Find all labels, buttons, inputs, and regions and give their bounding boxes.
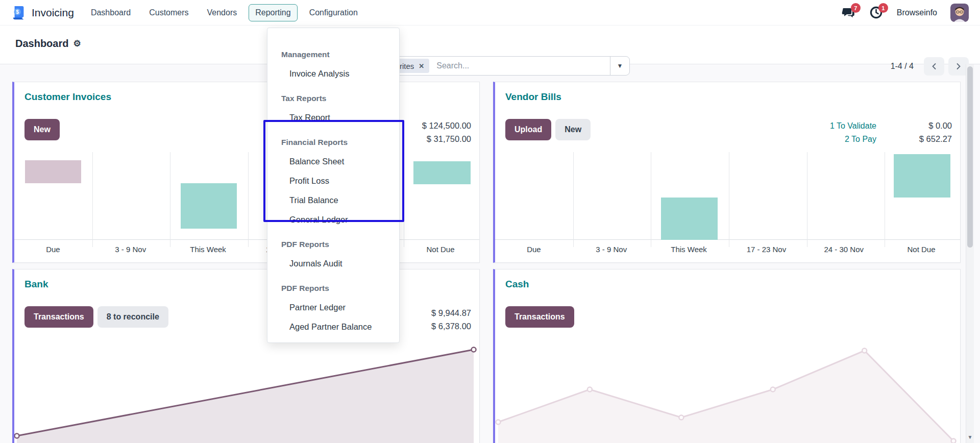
menu-item-aged-partner-balance[interactable]: Aged Partner Balance xyxy=(267,317,399,336)
chart-label-not-due: Not Due xyxy=(402,245,479,254)
reporting-dropdown-menu: ManagementInvoice AnalysisTax ReportsTax… xyxy=(267,28,400,343)
kpi-amount: $ 9,944.87 xyxy=(411,308,471,318)
customer-invoices-new-button[interactable]: New xyxy=(24,119,60,140)
card-title-cash[interactable]: Cash xyxy=(505,279,529,290)
bar-this-week[interactable] xyxy=(181,183,237,229)
invoicing-app-icon[interactable]: $ xyxy=(11,5,27,20)
activities-clock-icon[interactable]: 1 xyxy=(869,6,884,20)
vendor-bills-buttons: UploadNew xyxy=(505,119,591,140)
pager-previous-button[interactable] xyxy=(924,57,944,76)
bar-not-due[interactable] xyxy=(413,161,471,184)
menu-section-tax-reports: Tax Reports xyxy=(267,93,399,104)
chart-label-3-9-nov: 3 - 9 Nov xyxy=(92,245,169,254)
chart-gridline xyxy=(729,152,729,247)
card-title-bank[interactable]: Bank xyxy=(24,279,48,290)
nav-item-dashboard[interactable]: Dashboard xyxy=(84,4,137,21)
page-title-text: Dashboard xyxy=(15,38,68,50)
menu-item-balance-sheet[interactable]: Balance Sheet xyxy=(267,152,399,171)
nav-item-vendors[interactable]: Vendors xyxy=(201,4,244,21)
chart-label-not-due: Not Due xyxy=(883,245,960,254)
chart-gridline xyxy=(573,152,574,247)
page-title: Dashboard ⚙ xyxy=(15,38,81,50)
cash-transactions-button[interactable]: Transactions xyxy=(505,306,574,328)
kpi-link-1-to-validate[interactable]: 1 To Validate xyxy=(830,121,876,131)
cash-line-chart xyxy=(495,336,960,443)
bank-card: Bank Transactions8 to reconcile $ 9,944.… xyxy=(12,269,480,443)
menu-item-journals-audit[interactable]: Journals Audit xyxy=(267,254,399,273)
systray: 7 1 Browseinfo xyxy=(842,0,969,26)
customer-invoices-buttons: New xyxy=(24,119,60,140)
search-dropdown-caret-icon[interactable]: ▼ xyxy=(610,57,629,75)
customer-invoices-kpis: $ 124,500.00$ 31,750.00 xyxy=(396,121,471,147)
kpi-amount: $ 0.00 xyxy=(892,121,952,131)
messages-badge: 7 xyxy=(851,3,861,13)
scrollbar-down-arrow-icon[interactable]: ▼ xyxy=(966,434,974,440)
nav-item-configuration[interactable]: Configuration xyxy=(303,4,364,21)
search-facet-label: rites xyxy=(400,62,414,70)
vendor-bills-new-button[interactable]: New xyxy=(555,119,591,140)
search-input[interactable] xyxy=(436,61,629,70)
user-name[interactable]: Browseinfo xyxy=(897,8,937,17)
pager-range: 1-4 / 4 xyxy=(891,62,914,71)
cash-card: Cash Transactions xyxy=(493,269,961,443)
vendor-bills-kpis: 1 To Validate$ 0.002 To Pay$ 652.27 xyxy=(830,121,952,147)
chart-gridline xyxy=(92,152,93,247)
chart-label-24-30-nov: 24 - 30 Nov xyxy=(805,245,883,254)
bank-transactions-button[interactable]: Transactions xyxy=(24,306,93,328)
chart-gridline xyxy=(170,152,170,247)
chart-label-due: Due xyxy=(14,245,92,254)
menu-item-tax-report[interactable]: Tax Report xyxy=(267,108,399,127)
kpi-link-2-to-pay[interactable]: 2 To Pay xyxy=(845,135,876,144)
chart-label-due: Due xyxy=(495,245,573,254)
chart-label-3-9-nov: 3 - 9 Nov xyxy=(573,245,650,254)
app-brand-name[interactable]: Invoicing xyxy=(32,7,74,19)
cash-buttons: Transactions xyxy=(505,306,574,328)
menu-section-pdf-reports: PDF Reports xyxy=(267,239,399,250)
activities-badge: 1 xyxy=(878,3,888,13)
card-title-vendor-bills[interactable]: Vendor Bills xyxy=(505,91,561,103)
menu-item-partner-ledger[interactable]: Partner Ledger xyxy=(267,298,399,317)
menu-item-invoice-analysis[interactable]: Invoice Analysis xyxy=(267,64,399,83)
chart-gridline xyxy=(885,152,885,247)
chart-gridline xyxy=(651,152,651,247)
kpi-amount: $ 31,750.00 xyxy=(411,134,471,144)
vendor-bills-card: Vendor Bills UploadNew 1 To Validate$ 0.… xyxy=(493,82,961,263)
kpi-amount: $ 652.27 xyxy=(892,134,952,144)
kpi-amount: $ 124,500.00 xyxy=(411,121,471,131)
menu-item-general-ledger[interactable]: General Ledger xyxy=(267,210,399,229)
vertical-scrollbar[interactable]: ▼ xyxy=(966,64,974,443)
menu-item-profit-loss[interactable]: Profit Loss xyxy=(267,171,399,190)
control-panel: Dashboard ⚙ rites ✕ ▼ 1-4 / 4 xyxy=(0,26,980,64)
menu-section-management: Management xyxy=(267,50,399,60)
chart-label-17-23-nov: 17 - 23 Nov xyxy=(727,245,805,254)
bar-this-week[interactable] xyxy=(661,198,718,240)
customer-invoices-bar-chart: Due3 - 9 NovThis Week17 - 23 Nov24 - 30 … xyxy=(14,152,479,258)
nav-item-customers[interactable]: Customers xyxy=(142,4,195,21)
pager: 1-4 / 4 xyxy=(891,57,969,76)
kpi-row: 1 To Validate$ 0.00 xyxy=(830,121,952,131)
chart-label-this-week: This Week xyxy=(650,245,728,254)
vendor-bills-upload-button[interactable]: Upload xyxy=(505,119,551,140)
search-facet: rites ✕ xyxy=(395,59,429,73)
vendor-bills-bar-chart: Due3 - 9 NovThis Week17 - 23 Nov24 - 30 … xyxy=(495,152,960,258)
kpi-row: 2 To Pay$ 652.27 xyxy=(830,134,952,144)
chart-gridline xyxy=(248,152,249,247)
card-title-customer-invoices[interactable]: Customer Invoices xyxy=(24,91,111,103)
bank-8-to-reconcile-button[interactable]: 8 to reconcile xyxy=(97,306,168,328)
chart-gridline xyxy=(807,152,807,247)
customer-invoices-card: Customer Invoices New $ 124,500.00$ 31,7… xyxy=(12,82,480,263)
scrollbar-thumb[interactable] xyxy=(967,66,973,248)
nav-item-reporting[interactable]: Reporting xyxy=(249,4,297,21)
top-navbar: $ Invoicing DashboardCustomersVendorsRep… xyxy=(0,0,980,26)
dashboard-content: Customer Invoices New $ 124,500.00$ 31,7… xyxy=(0,64,980,443)
svg-text:$: $ xyxy=(16,9,19,14)
user-avatar[interactable] xyxy=(950,4,969,22)
bar-not-due[interactable] xyxy=(894,154,950,198)
bar-due[interactable] xyxy=(25,160,81,183)
messages-icon[interactable]: 7 xyxy=(842,6,856,20)
dashboard-settings-gear-icon[interactable]: ⚙ xyxy=(73,39,81,48)
menu-item-trial-balance[interactable]: Trial Balance xyxy=(267,190,399,210)
kpi-row: $ 31,750.00 xyxy=(396,134,471,144)
chart-gridline xyxy=(404,152,404,247)
facet-remove-icon[interactable]: ✕ xyxy=(419,62,424,70)
